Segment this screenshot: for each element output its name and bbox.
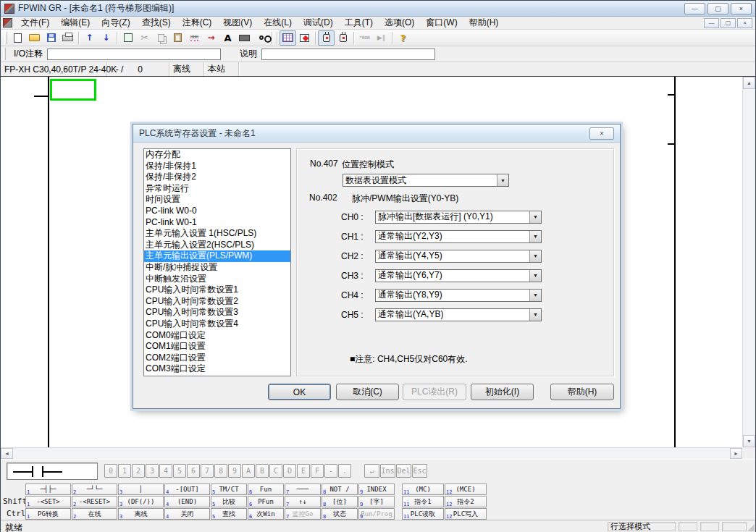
register-list-item[interactable]: PC-link W0-1 [144, 217, 290, 229]
menu-item[interactable]: 帮助(H) [463, 16, 505, 30]
toolbar-handle[interactable] [3, 48, 6, 60]
menu-item[interactable]: 工具(T) [339, 16, 379, 30]
function-key[interactable]: 12PLC写入 [445, 508, 487, 520]
keypad-key[interactable]: 0 [104, 464, 117, 478]
register-list-item[interactable]: 内存分配 [144, 149, 290, 161]
chevron-down-icon[interactable]: ▼ [529, 309, 541, 321]
channel-output-select[interactable]: 脉冲输出[数据表运行] (Y0,Y1) ▼ [375, 211, 542, 224]
ok-button[interactable]: OK [268, 384, 331, 400]
minimize-button[interactable]: — [684, 3, 705, 14]
menu-item[interactable]: 查找(S) [136, 16, 177, 30]
function-key[interactable]: 6次Win [248, 508, 284, 520]
close-button[interactable]: × [731, 3, 752, 14]
menu-item[interactable]: 调试(D) [298, 16, 339, 30]
chevron-down-icon[interactable]: ▼ [529, 290, 541, 301]
dialog-title-bar[interactable]: PLC系统寄存器设置 - 未命名1 × [133, 124, 620, 143]
function-key[interactable]: 7─── [285, 484, 321, 495]
edit-key[interactable]: ↵ [364, 464, 379, 478]
restore-button[interactable]: ▢ [707, 3, 728, 14]
menu-item[interactable]: 向导(Z) [96, 16, 135, 30]
channel-output-select[interactable]: 通常输出(Y6,Y7) ▼ [375, 269, 542, 282]
chevron-down-icon[interactable]: ▼ [529, 270, 541, 282]
edit-key[interactable]: Esc [412, 464, 427, 478]
download-program-button[interactable]: ↓ [98, 30, 114, 46]
keypad-key[interactable]: E [297, 464, 310, 478]
menu-item[interactable]: 编辑(E) [55, 16, 96, 30]
register-list-item[interactable]: 主单元输入设置 1(HSC/PLS) [144, 228, 290, 240]
function-key[interactable]: 5比较 [211, 496, 247, 507]
io-comment-input[interactable] [47, 48, 221, 60]
ladder-monitor-button[interactable] [280, 30, 296, 46]
scroll-down-button[interactable]: ▼ [743, 435, 755, 447]
keypad-key[interactable]: 5 [173, 464, 186, 478]
menu-item[interactable]: 在线(L) [258, 16, 298, 30]
offline-button[interactable] [335, 30, 351, 46]
keypad-key[interactable]: 1 [118, 464, 131, 478]
cut-button[interactable]: ✂ [136, 30, 153, 46]
keypad-key[interactable]: 4 [159, 464, 172, 478]
select-window-button[interactable] [119, 30, 136, 46]
chevron-down-icon[interactable]: ▼ [497, 174, 508, 186]
function-key[interactable]: 11指令1 [402, 496, 444, 507]
function-key[interactable]: 6Fun [248, 484, 284, 495]
keypad-key[interactable]: . [338, 464, 351, 478]
vertical-scrollbar[interactable]: ▲ ▼ [742, 77, 755, 447]
position-control-mode-select[interactable]: 数据表设置模式 ▼ [343, 174, 509, 187]
chevron-down-icon[interactable]: ▼ [529, 250, 541, 262]
cancel-button[interactable]: 取消(C) [336, 384, 399, 400]
replace-button[interactable]: HHH [186, 30, 203, 46]
scroll-left-button[interactable]: ◄ [1, 448, 13, 459]
find-button[interactable] [253, 30, 269, 46]
keypad-key[interactable]: 8 [214, 464, 227, 478]
channel-output-select[interactable]: 通常输出(YA,YB) ▼ [375, 308, 542, 321]
function-key[interactable]: 3(DF(/)) [118, 496, 164, 507]
description-input[interactable] [261, 48, 435, 60]
mdi-minimize-button[interactable]: — [704, 18, 719, 28]
function-key[interactable]: 5查找 [211, 508, 247, 520]
function-key[interactable]: 1─┤├─ [25, 484, 71, 495]
function-key[interactable]: 8NOT / [322, 484, 358, 495]
register-list-item[interactable]: CPU输入时间常数设置2 [144, 296, 290, 308]
register-list-item[interactable]: CPU输入时间常数设置3 [144, 307, 290, 318]
menu-item[interactable]: 文件(F) [15, 16, 55, 30]
keypad-key[interactable]: C [269, 464, 282, 478]
keypad-key[interactable]: D [283, 464, 296, 478]
menu-item[interactable]: 窗口(W) [420, 16, 463, 30]
mdi-close-button[interactable]: × [737, 18, 752, 28]
resize-grip[interactable] [747, 524, 755, 531]
register-list-item[interactable]: COM0端口设定 [144, 330, 290, 342]
function-key[interactable]: 3离线 [118, 508, 164, 520]
function-key[interactable]: 11PLC读取 [402, 508, 444, 520]
mdi-restore-button[interactable]: ▢ [721, 18, 736, 28]
function-key[interactable]: 12(MCE) [445, 484, 487, 495]
function-key[interactable]: 1PG转换 [25, 508, 71, 520]
text-comment-button[interactable]: A [219, 30, 236, 46]
run-mode-button[interactable]: *RUN [356, 30, 373, 46]
function-key[interactable]: 8状态 [322, 508, 358, 520]
register-list-item[interactable]: 主单元输入设置2(HSC/PLS) [144, 240, 290, 251]
chevron-down-icon[interactable]: ▼ [529, 211, 541, 223]
keypad-key[interactable]: B [256, 464, 269, 478]
copy-button[interactable] [153, 30, 169, 46]
register-list-item[interactable]: 主单元输出设置(PLS/PWM) [144, 250, 290, 262]
register-list-item[interactable]: 中断触发沿设置 [144, 274, 290, 285]
help-button[interactable]: ? [395, 30, 411, 46]
edit-cursor[interactable] [50, 79, 96, 101]
print-button[interactable] [59, 30, 76, 46]
register-list-item[interactable]: 时间设置 [144, 194, 290, 206]
register-list-item[interactable]: COM1端口设置 [144, 341, 290, 352]
window-monitor-button[interactable] [296, 30, 313, 46]
function-key[interactable]: 2─┘└─ [72, 484, 117, 495]
function-key[interactable]: 5TM/CT [211, 484, 247, 495]
chevron-down-icon[interactable]: ▼ [529, 231, 541, 242]
function-key[interactable]: 2-<RESET> [72, 496, 117, 507]
channel-output-select[interactable]: 通常输出(Y4,Y5) ▼ [375, 250, 542, 263]
keypad-key[interactable]: 2 [132, 464, 145, 478]
edit-key[interactable]: Del [396, 464, 411, 478]
channel-output-select[interactable]: 通常输出(Y8,Y9) ▼ [375, 289, 542, 302]
function-key[interactable]: 6PFun [248, 496, 284, 507]
keypad-key[interactable]: 6 [187, 464, 200, 478]
save-button[interactable] [43, 30, 59, 46]
function-key[interactable]: 4-[OUT] [164, 484, 210, 495]
register-list-item[interactable]: PC-link W0-0 [144, 206, 290, 217]
